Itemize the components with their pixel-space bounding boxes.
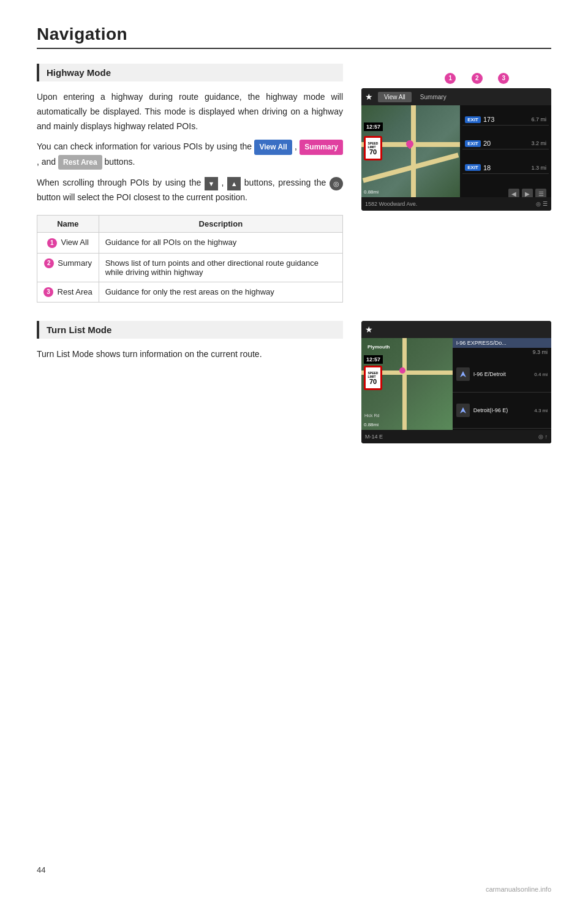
turn-road-v [402, 338, 407, 430]
view-all-badge[interactable]: View All [254, 140, 292, 154]
turn-speed-num: 70 [369, 378, 377, 385]
watermark: carmanualsonline.info [486, 886, 551, 893]
route-item-2: EXIT 20 3.2 mi [462, 138, 549, 149]
route-num-3: 18 [483, 164, 529, 171]
map-road-vertical [411, 105, 416, 197]
highway-screen-mockup: ★ View All Summary [361, 88, 551, 211]
row2-name: 2 Summary [37, 253, 99, 282]
row3-desc: Guidance for only the rest areas on the … [99, 282, 342, 303]
speed-limit-sign: SPEEDLIMIT 70 [364, 136, 382, 160]
highway-para-3: When scrolling through POIs by using the… [37, 176, 343, 205]
highway-left-col: Highway Mode Upon entering a highway dur… [37, 64, 343, 303]
place-label-2: Hick Rd [364, 413, 380, 418]
distance-text: 0.88mi [364, 189, 379, 195]
turn-bottom-icon: ◎ ↑ [538, 434, 548, 440]
select-button-icon[interactable]: ◎ [330, 177, 343, 190]
route-list-panel: EXIT 173 6.7 mi EXIT 20 3.2 mi EXIT 18 1… [460, 105, 551, 211]
page-title: Navigation [37, 24, 551, 44]
screen-bottombar: 1582 Woodward Ave. ◎ ☰ [361, 197, 551, 211]
top-distance: 9.3 mi [453, 348, 551, 356]
badge-2: 2 [44, 258, 54, 268]
highway-section: Highway Mode Upon entering a highway dur… [37, 64, 551, 303]
screen-badge-3: 3 [498, 73, 509, 84]
turn-list-screen-mockup: ★ Plymouth Hick Rd SPEEDLIMIT 70 [361, 321, 551, 443]
turn-distance: 0.88mi [364, 422, 379, 427]
turn-speed-sign: SPEEDLIMIT 70 [364, 366, 382, 390]
turn-list-section: Turn List Mode Turn List Mode shows turn… [37, 321, 551, 443]
turn-list-panel: I-96 EXPRESS/Do... 9.3 mi I-96 E/Detroit… [453, 338, 551, 443]
page-number: 44 [37, 865, 45, 875]
exit-badge-1: EXIT [465, 116, 481, 123]
highway-info-table: Name Description 1 View All Guidance for… [37, 215, 343, 303]
highway-mode-header: Highway Mode [37, 64, 343, 81]
table-row: 2 Summary Shows list of turn points and … [37, 253, 343, 282]
route-num-1: 173 [483, 116, 529, 123]
time-display: 12:57 [364, 122, 383, 131]
turn-item-1: I-96 E/Detroit 0.4 mi [453, 356, 551, 393]
highway-right-col: 1 2 3 ★ View All Summary [361, 64, 551, 303]
badge-1: 1 [47, 238, 57, 248]
route-num-2: 20 [483, 140, 529, 147]
rest-area-badge[interactable]: Rest Area [58, 155, 102, 170]
badge-3: 3 [43, 287, 53, 297]
turn-screen-topbar: ★ [361, 321, 551, 338]
up-arrow-icon[interactable]: ▲ [227, 177, 241, 190]
num-badges-row: 1 2 3 [361, 76, 551, 88]
turn-name-1: I-96 E/Detroit [473, 371, 530, 377]
table-header-name: Name [37, 215, 99, 232]
place-label-1: Plymouth [368, 344, 390, 350]
turn-dist-1: 0.4 mi [534, 372, 548, 377]
turn-list-right-col: ★ Plymouth Hick Rd SPEEDLIMIT 70 [361, 321, 551, 443]
turn-name-2: Detroit(I-96 E) [473, 407, 530, 413]
turn-time-display: 12:57 [364, 355, 383, 364]
highway-screen-container: 1 2 3 ★ View All Summary [361, 76, 551, 211]
turn-list-mode-header: Turn List Mode [37, 321, 343, 339]
screen-badge-2: 2 [472, 73, 483, 84]
summary-tab[interactable]: Summary [414, 92, 453, 102]
route-dist-1: 6.7 mi [531, 116, 546, 122]
table-row: 3 Rest Area Guidance for only the rest a… [37, 282, 343, 303]
route-item-1: EXIT 173 6.7 mi [462, 114, 549, 126]
row3-name: 3 Rest Area [37, 282, 99, 303]
exit-badge-3: EXIT [465, 164, 481, 171]
row2-desc: Shows list of turn points and other dire… [99, 253, 342, 282]
down-arrow-icon[interactable]: ▼ [205, 177, 218, 190]
table-header-desc: Description [99, 215, 342, 232]
row1-desc: Guidance for all POIs on the highway [99, 232, 342, 253]
route-header: I-96 EXPRESS/Do... [453, 338, 551, 348]
turn-item-2: Detroit(I-96 E) 4.3 mi [453, 393, 551, 429]
screen-badge-1: 1 [445, 73, 456, 84]
summary-badge[interactable]: Summary [300, 140, 343, 154]
route-dist-2: 3.2 mi [531, 140, 546, 146]
speed-number: 70 [369, 149, 377, 156]
row1-name: 1 View All [37, 232, 99, 253]
map-area: SPEEDLIMIT 70 12:57 0.88mi [361, 105, 460, 197]
route-dist-3: 1.3 mi [531, 165, 546, 171]
turn-screen-bottombar: M-14 E ◎ ↑ [361, 430, 551, 443]
bottom-address: 1582 Woodward Ave. [365, 201, 536, 207]
turn-icon-2 [456, 404, 470, 417]
exit-badge-2: EXIT [465, 140, 481, 147]
highway-para-2: You can check information for various PO… [37, 140, 343, 170]
turn-dist-2: 4.3 mi [534, 408, 548, 413]
turn-list-text: Turn List Mode shows turn information on… [37, 347, 343, 362]
screen-topbar: ★ View All Summary [361, 88, 551, 105]
route-item-3: EXIT 18 1.3 mi [462, 162, 549, 174]
turn-icon-1 [456, 367, 470, 381]
speed-label: SPEEDLIMIT [368, 141, 379, 149]
view-all-tab[interactable]: View All [378, 92, 412, 102]
turn-list-left-col: Turn List Mode Turn List Mode shows turn… [37, 321, 343, 443]
star-icon-2: ★ [365, 325, 373, 334]
turn-bottom-text: M-14 E [365, 434, 538, 440]
highway-para-1: Upon entering a highway during route gui… [37, 90, 343, 134]
title-divider [37, 48, 551, 49]
turn-map-area: Plymouth Hick Rd SPEEDLIMIT 70 12:57 0.8… [361, 338, 453, 430]
turn-speed-label: SPEEDLIMIT [368, 371, 379, 378]
table-row: 1 View All Guidance for all POIs on the … [37, 232, 343, 253]
star-icon: ★ [365, 92, 373, 102]
bottom-icon: ◎ ☰ [536, 201, 548, 207]
